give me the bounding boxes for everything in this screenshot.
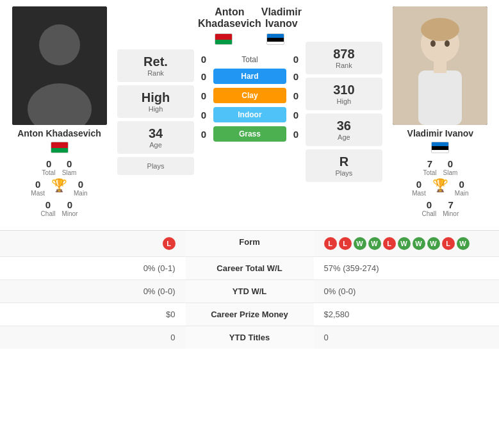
ytd-wl-row: 0% (0-0) YTD W/L 0% (0-0) <box>0 280 499 303</box>
left-mast-stat: 0 Mast <box>31 179 45 197</box>
career-wl-left: 0% (0-1) <box>0 257 186 279</box>
form-right-badges: LLWWLWWWLW <box>314 231 500 256</box>
career-wl-label: Career Total W/L <box>186 257 314 279</box>
left-total-stat: 0 Total <box>42 158 56 176</box>
right-main-stat: 0 Main <box>455 179 469 197</box>
left-player-flag <box>51 142 69 155</box>
prize-money-row: $0 Career Prize Money $2,580 <box>0 303 499 326</box>
svg-rect-9 <box>418 71 462 125</box>
indoor-row: 0 Indoor 0 <box>198 105 302 124</box>
right-high-box: 310 High <box>306 78 382 110</box>
career-wl-row: 0% (0-1) Career Total W/L 57% (359-274) <box>0 257 499 280</box>
ytd-wl-label: YTD W/L <box>186 280 314 303</box>
form-badge-right: L <box>339 237 352 250</box>
indoor-surface-btn[interactable]: Indoor <box>213 107 286 122</box>
prize-money-label: Career Prize Money <box>186 303 314 326</box>
player-names-header: Anton Khadasevich Vladimir Ivanov <box>198 6 302 29</box>
right-mast-stat: 0 Mast <box>412 179 426 197</box>
left-age-box: 34 Age <box>117 121 194 154</box>
right-age-box: 36 Age <box>306 113 382 146</box>
clay-surface-btn[interactable]: Clay <box>213 88 286 103</box>
main-top: Anton Khadasevich 0 Total 0 Slam <box>0 0 499 224</box>
ytd-wl-right: 0% (0-0) <box>314 280 500 303</box>
svg-point-1 <box>39 24 80 65</box>
ytd-titles-label: YTD Titles <box>186 326 314 349</box>
form-badge-right: W <box>398 237 411 250</box>
right-total-stat: 7 Total <box>423 158 436 176</box>
form-badge-right: W <box>354 237 366 250</box>
left-minor-stat: 0 Minor <box>61 199 78 217</box>
right-mini-stats-2: 0 Mast 🏆 0 Main <box>412 179 468 197</box>
page: Anton Khadasevich 0 Total 0 Slam <box>0 0 499 349</box>
form-badge-right: L <box>383 237 396 250</box>
svg-point-8 <box>445 40 450 47</box>
svg-point-6 <box>421 18 459 41</box>
form-badge-right: L <box>324 237 337 250</box>
left-rank-box: Ret. Rank <box>117 49 194 82</box>
right-player-column: Vladimir Ivanov 7 Total 0 Slam <box>388 6 493 217</box>
left-player-name-header: Anton Khadasevich <box>198 6 261 29</box>
ytd-titles-left: 0 <box>0 326 186 349</box>
middle-wrap: Ret. Rank High High 34 Age Plays <box>117 6 382 217</box>
left-slam-stat: 0 Slam <box>62 158 77 176</box>
left-mini-stats: 0 Total 0 Slam <box>42 158 77 176</box>
trophy-icon-left: 🏆 <box>51 179 67 197</box>
form-badge-right: W <box>413 237 425 250</box>
ytd-wl-left: 0% (0-0) <box>0 280 186 303</box>
flags-row <box>198 33 302 47</box>
form-badge-right: W <box>427 237 440 250</box>
trophy-icon-right: 🏆 <box>432 179 448 197</box>
form-badge-right: W <box>368 237 381 250</box>
surface-column: Anton Khadasevich Vladimir Ivanov <box>198 6 302 217</box>
form-left-badges: L <box>0 231 186 256</box>
prize-money-right: $2,580 <box>314 303 500 326</box>
right-player-name-header: Vladimir Ivanov <box>261 6 302 29</box>
form-badge-left-1: L <box>163 237 176 250</box>
bottom-table: L Form LLWWLWWWLW 0% (0-1) Career Total … <box>0 230 499 349</box>
hard-row: 0 Hard 0 <box>198 67 302 86</box>
left-mini-stats-3: 0 Chall 0 Minor <box>41 199 78 217</box>
right-plays-box: R Plays <box>306 149 382 182</box>
left-high-box: High High <box>117 85 194 118</box>
svg-point-7 <box>430 40 436 47</box>
hard-surface-btn[interactable]: Hard <box>213 69 286 84</box>
form-row: L Form LLWWLWWWLW <box>0 231 499 257</box>
right-center-stats: 878 Rank 310 High 36 Age R Plays <box>306 6 382 217</box>
grass-surface-btn[interactable]: Grass <box>213 126 286 142</box>
left-plays-box: Plays <box>117 157 194 175</box>
grass-row: 0 Grass 0 <box>198 124 302 144</box>
total-row: 0 Total 0 <box>198 52 302 67</box>
right-player-photo <box>393 6 487 125</box>
right-flag-center <box>250 33 302 47</box>
right-rank-box: 878 Rank <box>306 42 382 74</box>
clay-row: 0 Clay 0 <box>198 86 302 105</box>
career-wl-right: 57% (359-274) <box>314 257 500 279</box>
right-slam-stat: 0 Slam <box>443 158 458 176</box>
form-badge-right: W <box>457 237 470 250</box>
svg-rect-10 <box>434 62 446 73</box>
right-player-flag <box>431 142 449 155</box>
left-chall-stat: 0 Chall <box>41 199 56 217</box>
left-main-stat: 0 Main <box>74 179 88 197</box>
right-player-name: Vladimir Ivanov <box>407 128 473 138</box>
left-player-column: Anton Khadasevich 0 Total 0 Slam <box>6 6 112 217</box>
right-chall-stat: 0 Chall <box>421 199 436 217</box>
form-label: Form <box>186 231 314 256</box>
right-mini-stats-3: 0 Chall 7 Minor <box>421 199 459 217</box>
ytd-titles-right: 0 <box>314 326 500 349</box>
left-flag-center <box>198 33 250 47</box>
left-center-stats: Ret. Rank High High 34 Age Plays <box>117 6 194 217</box>
prize-money-left: $0 <box>0 303 186 326</box>
left-player-name: Anton Khadasevich <box>17 128 101 138</box>
form-badges-right: LLWWLWWWLW <box>324 237 489 250</box>
ytd-titles-row: 0 YTD Titles 0 <box>0 326 499 349</box>
form-badge-right: L <box>442 237 455 250</box>
right-mini-stats: 7 Total 0 Slam <box>423 158 457 176</box>
left-player-photo <box>12 6 107 125</box>
right-minor-stat: 7 Minor <box>443 199 459 217</box>
left-mini-stats-2: 0 Mast 🏆 0 Main <box>31 179 87 197</box>
